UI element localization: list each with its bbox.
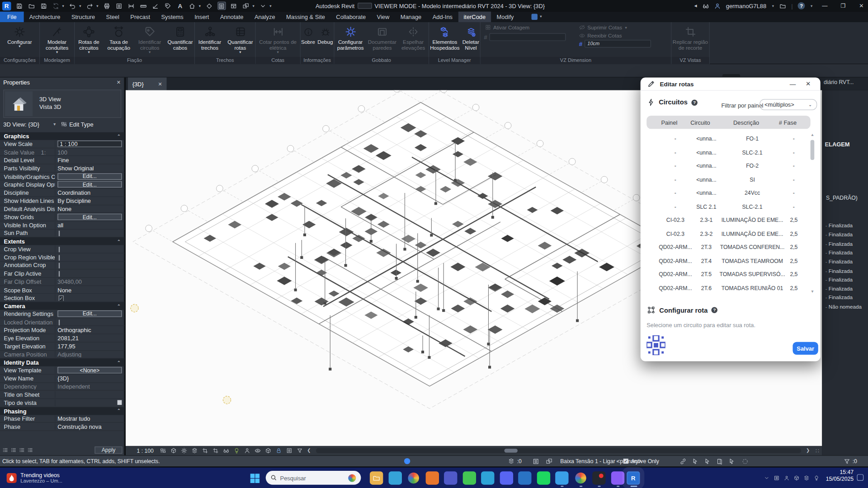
aligned-dimension-icon[interactable]	[127, 2, 135, 10]
edit-button[interactable]: Edit...	[57, 181, 122, 188]
taskbar-search[interactable]: Pesquisar	[266, 471, 361, 485]
checkbox[interactable]	[59, 255, 60, 260]
help-menu-chevron-icon[interactable]: ▼	[810, 4, 813, 7]
save-button[interactable]: Salvar	[793, 342, 818, 355]
circuit-row[interactable]: QD02-ARM...2T.4TOMADAS TEAMROOM2,5	[646, 255, 810, 268]
help-icon[interactable]: ?	[798, 2, 805, 9]
design-option-dropdown[interactable]: Baixa Tensão 1 - Ligar <primary>	[560, 458, 642, 464]
design-options-icon[interactable]	[546, 458, 552, 465]
checkbox[interactable]	[59, 231, 60, 236]
properties-close-icon[interactable]: ✕	[117, 80, 121, 85]
apply-button[interactable]: Apply	[94, 446, 122, 454]
app-outlook[interactable]	[518, 471, 531, 484]
ribbon-button-quantificar-cabos[interactable]: Quantificar cabos	[166, 23, 195, 57]
tab-manage[interactable]: Manage	[395, 12, 427, 22]
ribbon-button-elementos-hospedados[interactable]: Elementos Hospedados	[429, 23, 461, 57]
filter-list-icon[interactable]	[19, 447, 25, 453]
scroll-up-icon[interactable]: ▲	[811, 133, 814, 137]
filter-panel-dropdown[interactable]: <múltiplos> ⌄	[760, 99, 817, 110]
undo-icon-chevron[interactable]: ▼	[79, 4, 82, 7]
ribbon-button-configurar-parâmetros[interactable]: Configurar parâmetros	[335, 23, 367, 57]
home-view-icon-chevron[interactable]: ▼	[198, 4, 201, 7]
reveal-hidden-icon[interactable]	[232, 446, 241, 455]
section-identity-data[interactable]: Identity Data⌃	[0, 359, 125, 366]
tab-itercode[interactable]: iterCode	[458, 12, 491, 22]
switch-windows-icon-chevron[interactable]: ▼	[252, 4, 255, 7]
property-value[interactable]: Coordination	[55, 189, 124, 196]
property-value[interactable]: None	[55, 286, 124, 293]
undo-icon[interactable]	[69, 2, 77, 10]
view-scale-button[interactable]: 1 : 100	[137, 448, 153, 454]
app-obs-studio[interactable]	[592, 471, 605, 484]
notification-button[interactable]	[857, 474, 864, 481]
property-value[interactable]: 177,95	[55, 343, 124, 350]
search-back-icon[interactable]: ◄	[693, 3, 698, 8]
tray-volume-icon[interactable]	[814, 475, 819, 480]
circuit-row[interactable]: QD02-ARM...2T.6TOMADAS REUNIÃO 012,5	[646, 282, 810, 295]
tab-add-ins[interactable]: Add-Ins	[427, 12, 458, 22]
property-value[interactable]: Mostrar tudo	[55, 415, 124, 422]
open-folder-icon[interactable]	[27, 2, 35, 10]
view-selector[interactable]: 3D View: {3D}	[3, 121, 39, 128]
horizontal-scrollbar-thumb[interactable]	[504, 449, 517, 453]
search-icon[interactable]	[703, 3, 709, 9]
minimize-button[interactable]: —	[818, 0, 831, 12]
property-value[interactable]: 2081,21	[55, 335, 124, 342]
property-value[interactable]: Independent	[55, 383, 124, 390]
properties-list-icon[interactable]	[2, 447, 8, 453]
text-icon[interactable]: A	[176, 2, 184, 10]
user-menu-chevron-icon[interactable]: ▼	[771, 4, 774, 7]
app-revit[interactable]: R	[627, 471, 640, 484]
circuit-row[interactable]: QD02-ARM...2T.5TOMADAS SUPERVISÓ...2,5	[646, 268, 810, 282]
circuit-row[interactable]: -<unna...SI-	[646, 174, 810, 187]
filters-icon[interactable]	[295, 446, 304, 455]
redo-icon-chevron[interactable]: ▼	[96, 4, 99, 7]
ribbon-button-debug[interactable]: Debug	[316, 23, 334, 57]
app-teams[interactable]	[444, 471, 457, 484]
circuit-row[interactable]: -<unna...FO-2-	[646, 160, 810, 173]
section-phasing[interactable]: Phasing⌃	[0, 407, 125, 415]
tab-architecture[interactable]: Architecture	[24, 12, 66, 22]
ribbon-button-sobre[interactable]: Sobre	[300, 23, 316, 57]
tab-modify[interactable]: Modify	[491, 12, 519, 22]
tab-insert[interactable]: Insert	[189, 12, 215, 22]
tray-network-icon[interactable]	[804, 475, 809, 480]
sync-with-central-icon-chevron[interactable]: ▼	[61, 4, 65, 7]
tab-view[interactable]: View	[371, 12, 395, 22]
horizontal-scrollbar[interactable]	[316, 448, 801, 453]
print-icon[interactable]	[103, 2, 111, 10]
tray-bluetooth-icon[interactable]	[794, 475, 799, 480]
transfer-icon[interactable]	[115, 2, 123, 10]
edit-button[interactable]: <None>	[57, 367, 122, 374]
offset-input[interactable]: 10cm	[585, 40, 651, 47]
circuit-row[interactable]: -<unna...FO-1-	[646, 133, 810, 146]
property-value[interactable]: By Discipline	[55, 197, 124, 204]
sort-icon[interactable]	[10, 447, 16, 453]
constraints-icon[interactable]	[274, 446, 283, 455]
shadows-icon[interactable]	[190, 446, 199, 455]
app-visual-studio[interactable]	[611, 471, 624, 484]
tab-express-tools-icon[interactable]: ▼	[526, 12, 548, 22]
browse-button[interactable]	[118, 400, 122, 405]
app-notepad[interactable]	[555, 471, 568, 484]
tab-analyze[interactable]: Analyze	[249, 12, 281, 22]
temporary-view-icon[interactable]	[253, 446, 262, 455]
ribbon-button-quantificar-rotas[interactable]: Quantificar rotas▼	[225, 23, 255, 57]
status-notification-icon[interactable]	[404, 458, 410, 464]
section-extents[interactable]: Extents⌃	[0, 238, 125, 245]
customize-qat-icon-chevron[interactable]: ▼	[269, 4, 272, 7]
circuits-help-icon[interactable]: ?	[691, 99, 697, 105]
worksets-icon[interactable]	[508, 458, 514, 464]
start-button[interactable]	[248, 471, 261, 484]
new-document-icon[interactable]	[15, 2, 23, 10]
circuit-row[interactable]: -<unna...SLC-2.1-	[646, 146, 810, 160]
property-value[interactable]: 30480,00	[55, 278, 124, 285]
close-button[interactable]: ✕	[855, 0, 868, 12]
edit-button[interactable]: Edit...	[57, 214, 122, 221]
detail-level-icon[interactable]	[158, 446, 168, 455]
displacement-icon[interactable]	[284, 446, 294, 455]
ribbon-button-configurar[interactable]: Configurar▼	[2, 23, 37, 57]
deselect-icon[interactable]	[692, 458, 699, 465]
checkbox[interactable]	[59, 319, 60, 325]
thin-lines-icon[interactable]	[217, 2, 226, 10]
